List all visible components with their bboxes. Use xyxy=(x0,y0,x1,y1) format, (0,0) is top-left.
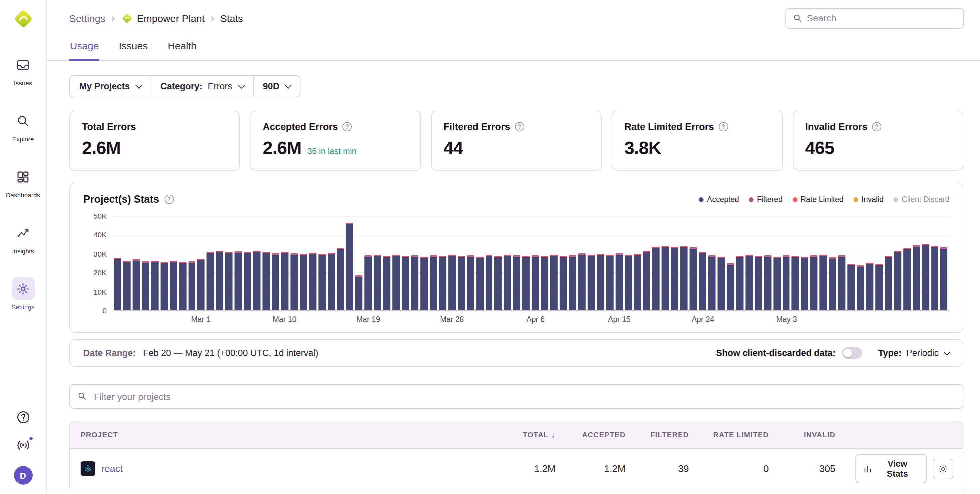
chart-bar[interactable] xyxy=(531,255,539,310)
chart-bar[interactable] xyxy=(838,255,845,310)
chart-bar[interactable] xyxy=(476,257,483,310)
chart-bar[interactable] xyxy=(485,255,493,310)
chart-bar[interactable] xyxy=(912,245,920,310)
chart-bar[interactable] xyxy=(355,275,363,310)
help-circle-icon[interactable] xyxy=(872,122,881,131)
chart-bar[interactable] xyxy=(262,252,270,310)
chart-bar[interactable] xyxy=(328,253,335,310)
chart-bar[interactable] xyxy=(346,223,353,310)
help-circle-icon[interactable] xyxy=(164,194,173,204)
chart-bar[interactable] xyxy=(615,253,622,310)
chart-bar[interactable] xyxy=(170,261,177,310)
chart-bar[interactable] xyxy=(727,263,734,310)
chart-bar[interactable] xyxy=(142,262,149,310)
chart-bar[interactable] xyxy=(764,255,771,310)
chart-bar[interactable] xyxy=(402,256,409,310)
chart-bar[interactable] xyxy=(597,254,604,310)
broadcast-icon[interactable] xyxy=(16,438,30,453)
chart-bar[interactable] xyxy=(318,254,325,310)
chart-bar[interactable] xyxy=(439,256,446,310)
row-settings-gear-icon[interactable] xyxy=(933,458,953,479)
legend-invalid[interactable]: Invalid xyxy=(853,195,884,203)
chart-bar[interactable] xyxy=(151,261,159,310)
chart-bar[interactable] xyxy=(754,257,762,310)
column-rate-limited[interactable]: RATE LIMITED xyxy=(700,422,780,447)
legend-accepted[interactable]: Accepted xyxy=(699,195,739,203)
chart-bar[interactable] xyxy=(383,256,390,310)
chart-bar[interactable] xyxy=(244,252,251,310)
chart-bar[interactable] xyxy=(495,256,502,310)
legend-rate-limited[interactable]: Rate Limited xyxy=(792,195,843,203)
chart-bar[interactable] xyxy=(207,252,214,310)
projects-filter-dropdown[interactable]: My Projects xyxy=(70,76,151,97)
chart-bar[interactable] xyxy=(848,264,855,310)
chart-bar[interactable] xyxy=(680,246,687,310)
chart-bar[interactable] xyxy=(708,255,716,310)
chart-bar[interactable] xyxy=(123,260,130,310)
global-search[interactable] xyxy=(786,8,964,28)
tab-health[interactable]: Health xyxy=(167,36,197,61)
chart-bar[interactable] xyxy=(179,262,186,310)
tab-issues[interactable]: Issues xyxy=(118,36,149,61)
chart-bar[interactable] xyxy=(940,247,948,310)
chart-bar[interactable] xyxy=(606,255,613,310)
chart-bar[interactable] xyxy=(894,251,901,310)
column-project[interactable]: PROJECT xyxy=(70,422,496,447)
client-discard-toggle[interactable] xyxy=(842,347,862,359)
project-filter-input[interactable] xyxy=(69,384,963,409)
help-circle-icon[interactable] xyxy=(342,122,352,131)
chart-bar[interactable] xyxy=(820,255,827,310)
column-filtered[interactable]: FILTERED xyxy=(636,422,700,447)
chart-bar[interactable] xyxy=(281,252,288,310)
chart-bar[interactable] xyxy=(132,259,140,310)
chart-bar[interactable] xyxy=(234,251,242,310)
chart-bar[interactable] xyxy=(226,252,233,310)
chart-bar[interactable] xyxy=(671,247,679,310)
chart-bar[interactable] xyxy=(885,257,892,310)
chart-bar[interactable] xyxy=(430,255,437,310)
chart-bar[interactable] xyxy=(922,244,929,310)
chart-bar[interactable] xyxy=(197,259,205,310)
column-total[interactable]: TOTAL xyxy=(496,421,566,448)
chart-bar[interactable] xyxy=(337,248,344,310)
chart-bar[interactable] xyxy=(114,258,121,310)
chart-bar[interactable] xyxy=(392,255,400,310)
chart-bar[interactable] xyxy=(188,261,196,310)
chart-bar[interactable] xyxy=(411,255,418,310)
chart-bar[interactable] xyxy=(875,265,883,310)
legend-client-discard[interactable]: Client Discard xyxy=(894,195,949,203)
chart-bar[interactable] xyxy=(718,257,725,310)
chart-bar[interactable] xyxy=(736,256,743,310)
chart-bar[interactable] xyxy=(857,265,864,310)
chart-bar[interactable] xyxy=(746,255,753,310)
user-avatar[interactable]: D xyxy=(14,466,32,484)
chart-bar[interactable] xyxy=(457,257,465,310)
chart-bar[interactable] xyxy=(504,254,511,310)
column-invalid[interactable]: INVALID xyxy=(780,422,846,447)
breadcrumb-settings[interactable]: Settings xyxy=(69,12,105,24)
help-icon[interactable] xyxy=(16,410,30,425)
chart-bar[interactable] xyxy=(652,246,660,310)
project-link[interactable]: react xyxy=(101,463,123,474)
chart-bar[interactable] xyxy=(420,257,428,310)
chart-bar[interactable] xyxy=(467,255,474,310)
chart-bar[interactable] xyxy=(699,252,706,310)
chart-bar[interactable] xyxy=(689,247,697,310)
type-dropdown[interactable]: Type: Periodic xyxy=(878,348,949,358)
chart-bar[interactable] xyxy=(309,253,316,310)
chart-bar[interactable] xyxy=(365,255,372,310)
chart-bar[interactable] xyxy=(272,253,279,310)
chart-bar[interactable] xyxy=(374,254,382,310)
chart-bar[interactable] xyxy=(810,255,818,310)
chart-bar[interactable] xyxy=(931,246,939,310)
sidebar-item-settings[interactable]: Settings xyxy=(0,277,46,311)
chart-bar[interactable] xyxy=(569,255,576,310)
chart-bar[interactable] xyxy=(449,255,456,310)
sidebar-item-dashboards[interactable]: Dashboards xyxy=(0,165,46,199)
chart-bar[interactable] xyxy=(801,257,808,310)
chart-bar[interactable] xyxy=(643,251,651,310)
chart-bar[interactable] xyxy=(783,255,790,310)
chart-bar[interactable] xyxy=(513,255,521,310)
chart-bar[interactable] xyxy=(300,254,307,310)
chart-bar[interactable] xyxy=(550,255,558,310)
